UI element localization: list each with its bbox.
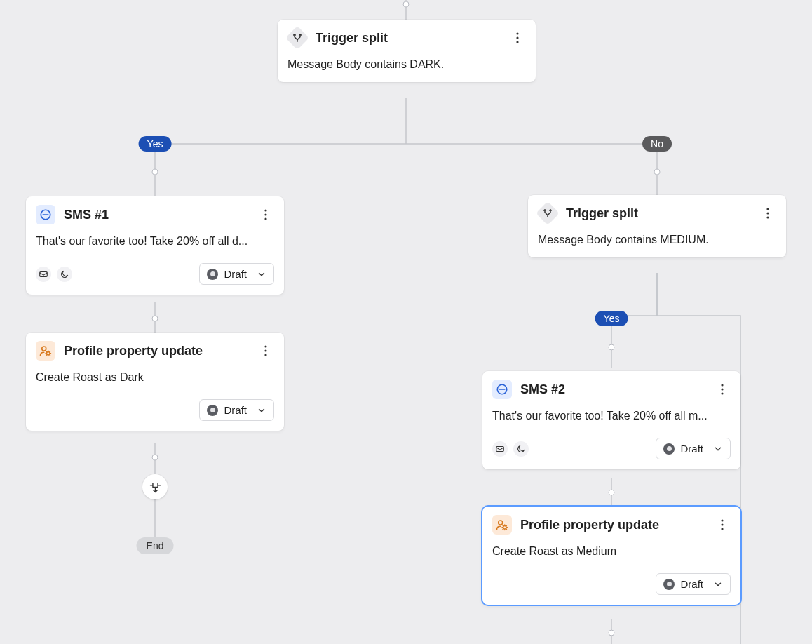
split-icon xyxy=(285,26,309,50)
card-title: Trigger split xyxy=(566,206,751,221)
node-sms-2[interactable]: SMS #2 That's our favorite too! Take 20%… xyxy=(482,371,740,469)
svg-point-16 xyxy=(766,216,769,218)
split-icon xyxy=(149,481,161,493)
connector-dot xyxy=(152,316,158,322)
node-profile-update-1[interactable]: Profile property update Create Roast as … xyxy=(26,333,284,431)
more-menu-button[interactable] xyxy=(759,205,776,222)
svg-point-13 xyxy=(264,354,266,356)
svg-point-5 xyxy=(264,209,266,211)
branch-yes-label: Yes xyxy=(595,311,628,326)
draft-status-icon xyxy=(207,269,218,280)
more-vertical-icon xyxy=(762,207,773,220)
indicator-row xyxy=(36,267,72,282)
svg-point-24 xyxy=(503,526,507,530)
svg-point-23 xyxy=(499,521,503,525)
svg-point-20 xyxy=(721,388,723,390)
connector-dot xyxy=(403,1,410,8)
svg-point-11 xyxy=(264,345,266,347)
svg-point-2 xyxy=(516,41,518,43)
card-title: Trigger split xyxy=(316,31,501,46)
connector-dot xyxy=(152,455,158,461)
connector-dot xyxy=(654,169,661,175)
connector-dot xyxy=(152,169,158,175)
smart-send-indicator xyxy=(492,441,508,457)
card-header: Trigger split xyxy=(287,28,526,48)
svg-point-1 xyxy=(516,36,518,39)
card-title: SMS #2 xyxy=(520,382,705,397)
moon-icon xyxy=(516,444,526,454)
more-menu-button[interactable] xyxy=(257,206,274,223)
svg-point-7 xyxy=(264,217,266,220)
more-menu-button[interactable] xyxy=(509,29,526,46)
chevron-down-icon xyxy=(713,444,723,454)
card-footer: Draft xyxy=(36,263,274,285)
svg-point-12 xyxy=(264,349,266,351)
sms-icon xyxy=(492,380,512,399)
quiet-hours-indicator xyxy=(513,441,529,457)
status-select[interactable]: Draft xyxy=(199,399,274,421)
svg-point-14 xyxy=(766,208,769,210)
chevron-down-icon xyxy=(713,579,723,589)
envelope-icon xyxy=(39,269,48,279)
quiet-hours-indicator xyxy=(57,267,72,282)
draft-status-icon xyxy=(663,579,675,590)
connector-dot xyxy=(609,344,615,351)
branch-no-label: No xyxy=(642,136,672,152)
profile-gear-icon xyxy=(492,515,512,535)
svg-point-9 xyxy=(42,347,46,351)
more-vertical-icon xyxy=(717,518,728,531)
connector-dot xyxy=(609,630,615,636)
branch-yes-label: Yes xyxy=(139,136,172,152)
node-sms-1[interactable]: SMS #1 That's our favorite too! Take 20%… xyxy=(26,196,284,295)
more-vertical-icon xyxy=(717,383,728,396)
card-description: Create Roast as Dark xyxy=(36,369,274,385)
status-label: Draft xyxy=(680,443,703,455)
card-header: SMS #1 xyxy=(36,205,274,224)
more-menu-button[interactable] xyxy=(257,342,274,359)
card-title: SMS #1 xyxy=(64,208,249,222)
svg-point-26 xyxy=(721,523,723,525)
status-label: Draft xyxy=(680,578,703,590)
more-menu-button[interactable] xyxy=(714,516,731,533)
sms-icon xyxy=(36,205,55,224)
card-title: Profile property update xyxy=(520,518,705,532)
svg-point-27 xyxy=(721,528,723,530)
moon-icon xyxy=(60,269,69,279)
card-header: Trigger split xyxy=(538,203,776,223)
card-header: Profile property update xyxy=(492,515,731,535)
card-description: Message Body contains DARK. xyxy=(287,56,526,72)
status-select[interactable]: Draft xyxy=(656,438,731,459)
node-trigger-split-2[interactable]: Trigger split Message Body contains MEDI… xyxy=(528,195,786,257)
card-description: Message Body contains MEDIUM. xyxy=(538,232,776,248)
node-trigger-split-1[interactable]: Trigger split Message Body contains DARK… xyxy=(278,20,536,82)
status-select[interactable]: Draft xyxy=(199,263,274,285)
add-step-button[interactable] xyxy=(142,474,168,499)
envelope-icon xyxy=(495,444,505,454)
svg-point-25 xyxy=(721,519,723,521)
indicator-row xyxy=(492,441,529,457)
more-menu-button[interactable] xyxy=(714,381,731,398)
chevron-down-icon xyxy=(257,269,266,279)
svg-rect-8 xyxy=(40,271,48,276)
status-label: Draft xyxy=(224,404,247,416)
status-select[interactable]: Draft xyxy=(656,573,731,595)
profile-gear-icon xyxy=(36,341,55,361)
svg-point-21 xyxy=(721,392,723,394)
more-vertical-icon xyxy=(260,208,271,221)
card-description: That's our favorite too! Take 20% off al… xyxy=(492,408,731,424)
svg-point-19 xyxy=(721,384,723,386)
split-icon xyxy=(536,201,560,225)
svg-point-6 xyxy=(264,213,266,215)
more-vertical-icon xyxy=(260,344,271,357)
more-vertical-icon xyxy=(512,32,523,44)
connector-dot xyxy=(609,490,615,496)
node-profile-update-2[interactable]: Profile property update Create Roast as … xyxy=(482,507,740,605)
card-footer: Draft xyxy=(36,399,274,421)
card-header: Profile property update xyxy=(36,341,274,361)
draft-status-icon xyxy=(663,443,675,455)
end-label: End xyxy=(137,537,174,554)
card-title: Profile property update xyxy=(64,344,249,358)
card-footer: Draft xyxy=(492,438,731,459)
card-footer: Draft xyxy=(492,573,731,595)
card-header: SMS #2 xyxy=(492,380,731,399)
